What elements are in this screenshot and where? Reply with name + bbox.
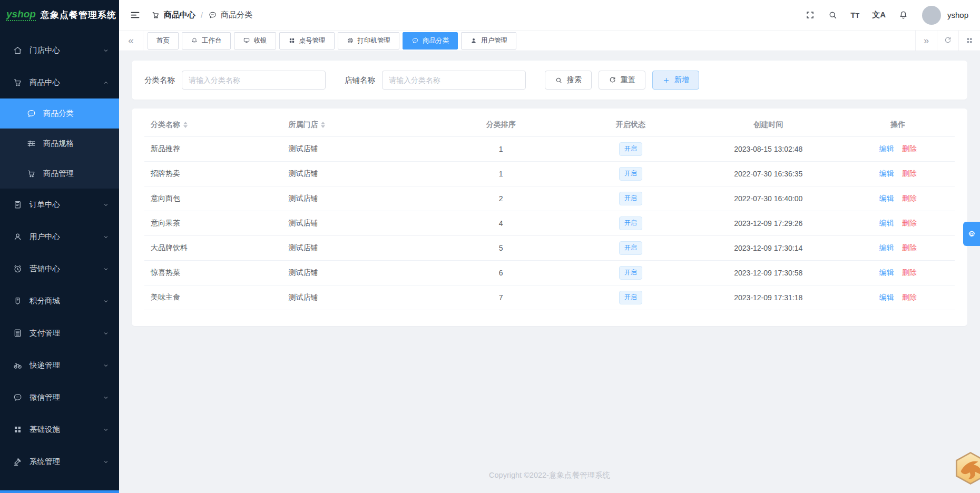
sidebar-item-label: 基础设施 [30,425,60,435]
tab-table-manage[interactable]: 桌号管理 [279,32,335,50]
sidebar-item-product-spec[interactable]: 商品规格 [0,129,119,159]
bell-icon[interactable] [898,10,908,20]
edit-link[interactable]: 编辑 [879,268,894,278]
sidebar-item-product-center[interactable]: 商品中心 [0,66,119,98]
avatar[interactable] [922,6,941,25]
reset-button[interactable]: 重置 [599,71,645,90]
tab-user-manage[interactable]: 用户管理 [461,32,516,50]
sidebar-item-system-manage[interactable]: 系统管理 [0,446,119,478]
sidebar-item-infrastructure[interactable]: 基础设施 [0,413,119,446]
fullscreen-icon[interactable] [805,10,815,20]
user-icon [13,232,23,242]
edit-link[interactable]: 编辑 [879,169,894,179]
cell-sort: 7 [436,293,566,302]
cell-shop-name: 测试店铺 [282,144,436,154]
top-header: 商品中心 / 商品分类 TT 文A yshop [119,0,980,30]
breadcrumb-parent[interactable]: 商品中心 [151,10,195,20]
cell-category-name: 美味主食 [144,293,282,302]
sidebar-item-express-manage[interactable]: 快递管理 [0,349,119,381]
sidebar-item-order-center[interactable]: 订单中心 [0,189,119,221]
tabbar: « 首页工作台收银桌号管理打印机管理商品分类用户管理 » [119,30,980,51]
hammer-icon [13,457,23,467]
edit-link[interactable]: 编辑 [879,293,894,302]
cell-sort: 6 [436,269,566,277]
status-badge: 开启 [619,291,642,304]
delete-link[interactable]: 删除 [902,268,917,278]
chevron-down-icon [102,330,110,337]
tab-label: 首页 [156,36,170,45]
search-icon[interactable] [828,10,838,20]
delete-link[interactable]: 删除 [902,144,917,154]
calculator-icon [13,328,23,338]
table-row: 大品牌饮料 测试店铺 5 开启 2023-12-09 17:30:14 编辑 删… [144,236,955,261]
shop-name-input[interactable] [382,71,526,90]
column-label: 所属门店 [288,120,318,130]
breadcrumb-parent-label: 商品中心 [164,10,195,20]
status-badge: 开启 [619,216,642,230]
translate-icon[interactable]: 文A [872,10,886,20]
column-header-category-name[interactable]: 分类名称 [144,120,282,130]
chevron-down-icon [102,458,110,466]
sidebar-item-product-manage[interactable]: 商品管理 [0,159,119,189]
cell-created-time: 2022-07-30 16:40:00 [695,194,841,203]
shop-name-label: 店铺名称 [345,75,375,85]
cell-actions: 编辑 删除 [841,219,955,228]
sidebar-item-wechat-manage[interactable]: 微信管理 [0,381,119,413]
edit-link[interactable]: 编辑 [879,219,894,228]
tab-cashier[interactable]: 收银 [234,32,276,50]
cell-actions: 编辑 删除 [841,144,955,154]
font-size-icon[interactable]: TT [850,11,859,19]
tab-product-category[interactable]: 商品分类 [403,32,458,50]
sort-icon[interactable] [183,122,188,128]
sidebar-item-user-center[interactable]: 用户中心 [0,221,119,253]
tab-label: 商品分类 [423,36,449,45]
bird-logo-badge[interactable] [954,451,980,486]
filter-field-shop: 店铺名称 [345,71,526,90]
search-button[interactable]: 搜索 [545,71,592,90]
reset-button-label: 重置 [621,75,635,85]
sort-icon[interactable] [321,122,325,128]
cell-category-name: 大品牌饮料 [144,243,282,253]
sidebar-item-marketing-center[interactable]: 营销中心 [0,253,119,285]
delete-link[interactable]: 删除 [902,219,917,228]
cart-icon [151,11,160,19]
status-badge: 开启 [619,241,642,255]
column-header-shop[interactable]: 所属门店 [282,120,436,130]
edit-link[interactable]: 编辑 [879,243,894,253]
username[interactable]: yshop [947,11,968,19]
sidebar-item-label: 营销中心 [30,264,60,274]
table-row: 美味主食 测试店铺 7 开启 2023-12-09 17:31:18 编辑 删除 [144,285,955,310]
delete-link[interactable]: 删除 [902,194,917,203]
refresh-icon[interactable] [937,31,958,51]
tab-workbench[interactable]: 工作台 [182,32,231,50]
category-name-label: 分类名称 [144,75,175,85]
cell-status: 开启 [566,192,695,205]
sidebar-item-label: 积分商城 [30,296,60,306]
hamburger-icon[interactable] [130,9,141,21]
sidebar-item-product-category[interactable]: 商品分类 [0,98,119,129]
tabs-scroll-right-icon[interactable]: » [915,31,937,51]
breadcrumb-current: 商品分类 [208,10,252,20]
category-name-input[interactable] [182,71,326,90]
sidebar-item-points-mall[interactable]: 积分商城 [0,285,119,317]
filter-panel: 分类名称 店铺名称 搜索 重置 新增 [132,61,967,100]
delete-link[interactable]: 删除 [902,169,917,179]
cell-shop-name: 测试店铺 [282,243,436,253]
edit-link[interactable]: 编辑 [879,144,894,154]
settings-panel-button[interactable] [963,222,980,246]
edit-link[interactable]: 编辑 [879,194,894,203]
tab-home[interactable]: 首页 [148,32,179,50]
sidebar-item-store-center[interactable]: 门店中心 [0,34,119,66]
table-header-row: 分类名称 所属门店 分类排序 开启状态 创建时间 操作 [144,113,955,137]
tab-printer-manage[interactable]: 打印机管理 [338,32,400,50]
layout-grid-icon[interactable] [958,31,980,51]
breadcrumb-current-label: 商品分类 [221,10,252,20]
sidebar-item-payment-manage[interactable]: 支付管理 [0,317,119,349]
tabs-scroll-left-icon[interactable]: « [119,31,143,51]
add-button[interactable]: 新增 [652,71,699,90]
sidebar-scrollbar[interactable] [0,490,119,493]
delete-link[interactable]: 删除 [902,243,917,253]
clipboard-icon [13,200,23,210]
delete-link[interactable]: 删除 [902,293,917,302]
table-body: 新品推荐 测试店铺 1 开启 2023-08-15 13:02:48 编辑 删除… [144,137,955,310]
